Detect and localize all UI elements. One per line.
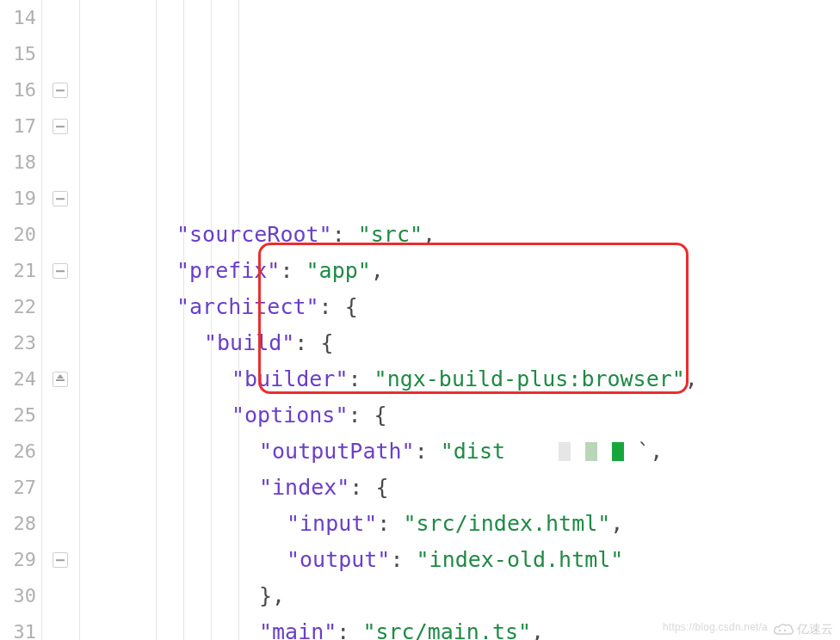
json-punct: : <box>415 439 441 464</box>
watermark-logo: 亿速云 <box>772 622 833 637</box>
code-line[interactable]: "options": { <box>80 397 840 434</box>
code-line[interactable]: "build": { <box>80 325 840 361</box>
json-punct: : <box>332 222 358 247</box>
line-number: 14 <box>0 0 41 36</box>
json-punct: : <box>390 547 416 572</box>
json-punct: , <box>650 439 663 464</box>
svg-point-1 <box>784 630 786 631</box>
line-number: 30 <box>0 578 41 614</box>
code-line[interactable]: "architect": { <box>80 289 840 325</box>
line-number: 24 <box>0 361 41 397</box>
fold-collapse-up-icon[interactable] <box>52 372 68 387</box>
line-number: 27 <box>0 470 41 506</box>
json-key: "sourceRoot" <box>176 222 332 247</box>
json-key: "architect" <box>176 294 319 319</box>
redaction-block <box>612 442 624 461</box>
json-punct: , <box>371 258 384 283</box>
line-number: 17 <box>0 108 41 145</box>
fold-toggle-icon[interactable] <box>52 191 68 206</box>
line-number: 26 <box>0 434 41 470</box>
json-key: "options" <box>232 403 348 428</box>
json-punct: : <box>348 366 374 391</box>
json-punct: : <box>280 258 306 283</box>
line-number: 31 <box>0 614 41 640</box>
json-string: "index-old.html" <box>417 547 624 572</box>
code-line[interactable]: "sourceRoot": "src", <box>80 217 840 253</box>
json-punct: , <box>423 222 435 247</box>
line-number: 29 <box>0 542 41 578</box>
line-number: 23 <box>0 325 41 361</box>
json-string: "src/index.html" <box>403 511 610 536</box>
line-number: 16 <box>0 72 41 108</box>
code-line[interactable]: "output": "index-old.html" <box>80 542 840 578</box>
json-key: "prefix" <box>176 258 280 283</box>
json-key: "outputPath" <box>259 439 415 464</box>
fold-toggle-icon[interactable] <box>52 552 68 568</box>
line-number: 25 <box>0 397 41 434</box>
watermark-url: https://blog.csdn.net/a <box>663 621 768 633</box>
line-number: 28 <box>0 506 41 542</box>
json-string: "src" <box>358 222 423 247</box>
line-number: 18 <box>0 145 41 181</box>
json-key: "input" <box>287 511 377 536</box>
code-line[interactable]: "builder": "ngx-build-plus:browser", <box>80 361 840 397</box>
json-string: "src/main.ts" <box>362 619 531 640</box>
fold-toggle-icon[interactable] <box>52 263 68 279</box>
code-line[interactable]: }, <box>80 578 840 614</box>
json-punct: }, <box>259 583 285 608</box>
fold-toggle-icon[interactable] <box>52 119 68 134</box>
json-key: "build" <box>204 330 294 355</box>
json-string: "app" <box>306 258 371 283</box>
line-number: 21 <box>0 253 41 289</box>
json-punct: , <box>531 619 544 640</box>
code-line[interactable]: "outputPath": "dist `, <box>80 434 840 470</box>
code-line[interactable]: "prefix": "app", <box>80 253 840 289</box>
code-line[interactable]: "input": "src/index.html", <box>80 506 840 542</box>
json-punct: , <box>610 511 623 536</box>
redaction-block <box>585 442 597 461</box>
json-string: "ngx-build-plus:browser" <box>374 366 685 391</box>
json-punct: : { <box>319 294 358 319</box>
line-number: 22 <box>0 289 41 325</box>
fold-column[interactable] <box>41 0 80 640</box>
line-number: 19 <box>0 181 41 217</box>
json-punct: , <box>685 366 698 391</box>
line-number: 15 <box>0 36 41 72</box>
line-number: 20 <box>0 217 41 253</box>
code-area[interactable]: "sourceRoot": "src","prefix": "app","arc… <box>80 0 840 640</box>
json-key: "index" <box>259 475 349 500</box>
json-punct: : { <box>348 403 386 428</box>
json-punct: : <box>377 511 403 536</box>
code-editor[interactable]: 141516171819202122232425262728293031 "so… <box>0 0 840 640</box>
cloud-icon <box>772 622 794 637</box>
code-line[interactable]: "index": { <box>80 470 840 506</box>
json-punct: : { <box>294 330 333 355</box>
fold-toggle-icon[interactable] <box>52 83 68 98</box>
watermark-brand: 亿速云 <box>797 622 833 637</box>
json-string: "dist <box>441 439 505 464</box>
redaction-block <box>559 442 571 461</box>
json-key: "main" <box>259 619 337 640</box>
json-key: "output" <box>287 547 390 572</box>
json-key: "builder" <box>232 366 348 391</box>
json-punct: : <box>337 619 362 640</box>
line-number-gutter: 141516171819202122232425262728293031 <box>0 0 41 640</box>
svg-point-0 <box>779 630 781 631</box>
json-punct: : { <box>349 475 388 500</box>
redacted-segment: ` <box>557 439 650 464</box>
